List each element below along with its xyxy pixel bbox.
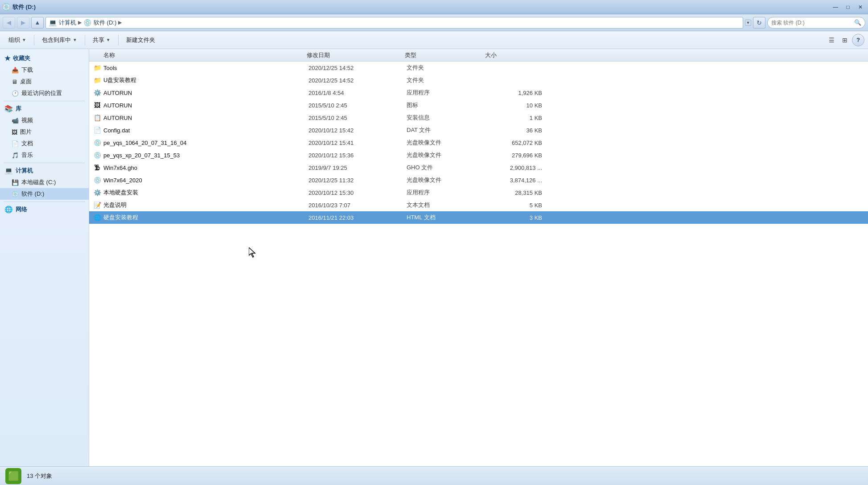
share-label: 共享	[93, 36, 104, 44]
file-icon: 📝	[93, 201, 102, 210]
col-size-header[interactable]: 大小	[485, 51, 547, 59]
view-toggle-button[interactable]: ⊞	[839, 34, 851, 46]
table-row[interactable]: 📁 Tools 2020/12/25 14:52 文件夹	[89, 62, 868, 74]
col-name-header[interactable]: 名称	[93, 51, 307, 59]
table-row[interactable]: 📋 AUTORUN 2015/5/10 2:45 安装信息 1 KB	[89, 111, 868, 124]
breadcrumb-end-arrow[interactable]: ▼	[745, 20, 751, 26]
window-icon: 💿	[2, 3, 11, 11]
file-icon: ⚙️	[93, 188, 102, 197]
sidebar-header-favorites[interactable]: ★ 收藏夹	[0, 53, 89, 64]
file-date: 2015/5/10 2:45	[309, 115, 407, 121]
sidebar-item-recent[interactable]: 🕐 最近访问的位置	[0, 87, 89, 99]
file-icon: 🌐	[93, 213, 102, 222]
file-name: pe_yqs_1064_20_07_31_16_04	[103, 140, 309, 146]
table-row[interactable]: 🌐 硬盘安装教程 2016/11/21 22:03 HTML 文档 3 KB	[89, 211, 868, 224]
file-date: 2020/10/12 15:41	[309, 140, 407, 146]
content-area: 名称 修改日期 类型 大小 📁 Tools 2020/12/25 14:52 文…	[89, 49, 868, 466]
desktop-icon: 🖥	[12, 78, 17, 85]
music-icon: 🎵	[12, 152, 19, 159]
sidebar-item-c-drive[interactable]: 💾 本地磁盘 (C:)	[0, 177, 89, 188]
sidebar-item-desktop[interactable]: 🖥 桌面	[0, 76, 89, 87]
file-type: GHO 文件	[407, 164, 487, 172]
file-size: 10 KB	[487, 102, 549, 109]
sidebar-divider-1	[4, 101, 85, 101]
minimize-button[interactable]: —	[830, 2, 841, 12]
table-row[interactable]: ⚙️ 本地硬盘安装 2020/10/12 15:30 应用程序 28,315 K…	[89, 186, 868, 199]
video-label: 视频	[21, 116, 33, 124]
sidebar-item-downloads[interactable]: 📥 下载	[0, 64, 89, 76]
file-list: 📁 Tools 2020/12/25 14:52 文件夹 📁 U盘安装教程 20…	[89, 62, 868, 466]
library-label: 包含到库中	[42, 36, 71, 44]
file-icon: 📋	[93, 113, 102, 122]
sidebar-item-video[interactable]: 📹 视频	[0, 115, 89, 126]
file-size: 36 KB	[487, 127, 549, 134]
table-row[interactable]: 💿 pe_yqs_xp_20_07_31_15_53 2020/10/12 15…	[89, 149, 868, 161]
file-name: Tools	[103, 65, 309, 71]
c-drive-label: 本地磁盘 (C:)	[21, 178, 56, 186]
table-row[interactable]: 📄 Config.dat 2020/10/12 15:42 DAT 文件 36 …	[89, 124, 868, 136]
search-input[interactable]	[771, 20, 852, 26]
file-type: 安装信息	[407, 114, 487, 122]
pictures-icon: 🖼	[12, 129, 17, 136]
share-dropdown-icon: ▼	[106, 37, 111, 42]
file-name: 本地硬盘安装	[103, 189, 309, 197]
c-drive-icon: 💾	[12, 179, 19, 186]
d-drive-icon: 💿	[12, 191, 19, 197]
search-icon[interactable]: 🔍	[854, 19, 861, 26]
breadcrumb: 💻 计算机 ▶ 💿 软件 (D:) ▶	[45, 17, 743, 29]
statusbar-count: 13 个对象	[27, 472, 52, 480]
table-row[interactable]: 💿 Win7x64_2020 2020/12/25 11:32 光盘映像文件 3…	[89, 174, 868, 186]
table-row[interactable]: 📝 光盘说明 2016/10/23 7:07 文本文档 5 KB	[89, 199, 868, 211]
share-button[interactable]: 共享 ▼	[88, 33, 115, 47]
file-size: 652,072 KB	[487, 140, 549, 146]
view-options-button[interactable]: ☰	[825, 34, 838, 46]
computer-label: 计算机	[16, 167, 33, 175]
network-icon: 🌐	[4, 206, 13, 214]
table-row[interactable]: 🖼 AUTORUN 2015/5/10 2:45 图标 10 KB	[89, 99, 868, 111]
file-size: 1,926 KB	[487, 90, 549, 96]
favorites-star-icon: ★	[4, 54, 10, 62]
refresh-button[interactable]: ↻	[753, 17, 765, 29]
file-date: 2020/12/25 14:52	[309, 77, 407, 84]
file-size: 1 KB	[487, 115, 549, 121]
sidebar-header-computer[interactable]: 💻 计算机	[0, 165, 89, 177]
back-button[interactable]: ◀	[3, 17, 15, 29]
table-row[interactable]: 🗜 Win7x64.gho 2019/9/7 19:25 GHO 文件 2,90…	[89, 161, 868, 174]
file-name: U盘安装教程	[103, 76, 309, 84]
up-button[interactable]: ▲	[31, 17, 44, 29]
file-date: 2016/11/21 22:03	[309, 214, 407, 221]
recent-icon: 🕐	[12, 90, 19, 97]
sidebar-item-d-drive[interactable]: 💿 软件 (D:)	[0, 188, 89, 200]
organize-button[interactable]: 组织 ▼	[4, 33, 31, 47]
sidebar-section-computer: 💻 计算机 💾 本地磁盘 (C:) 💿 软件 (D:)	[0, 165, 89, 200]
toolbar-separator-2	[85, 35, 85, 45]
forward-button[interactable]: ▶	[17, 17, 29, 29]
table-row[interactable]: ⚙️ AUTORUN 2016/1/8 4:54 应用程序 1,926 KB	[89, 86, 868, 99]
breadcrumb-computer-label[interactable]: 计算机	[59, 19, 76, 27]
sidebar-header-network[interactable]: 🌐 网络	[0, 204, 89, 215]
file-name: Win7x64.gho	[103, 164, 309, 171]
organize-dropdown-icon: ▼	[22, 37, 26, 42]
new-folder-button[interactable]: 新建文件夹	[121, 33, 160, 47]
file-type: 光盘映像文件	[407, 139, 487, 147]
sidebar-item-documents[interactable]: 📄 文档	[0, 138, 89, 149]
sidebar-header-library[interactable]: 📚 库	[0, 103, 89, 115]
breadcrumb-drive-label[interactable]: 软件 (D:)	[94, 19, 116, 27]
maximize-button[interactable]: □	[842, 2, 854, 12]
file-date: 2020/10/12 15:42	[309, 127, 407, 134]
help-button[interactable]: ?	[852, 34, 864, 46]
sidebar-section-library: 📚 库 📹 视频 🖼 图片 📄 文档 🎵 音乐	[0, 103, 89, 161]
sidebar-item-music[interactable]: 🎵 音乐	[0, 149, 89, 161]
table-row[interactable]: 📁 U盘安装教程 2020/12/25 14:52 文件夹	[89, 74, 868, 86]
breadcrumb-arrow[interactable]: ▶	[118, 20, 122, 25]
close-button[interactable]: ✕	[855, 2, 866, 12]
library-dropdown-icon: ▼	[73, 37, 77, 42]
table-row[interactable]: 💿 pe_yqs_1064_20_07_31_16_04 2020/10/12 …	[89, 136, 868, 149]
sidebar-item-pictures[interactable]: 🖼 图片	[0, 126, 89, 138]
col-type-header[interactable]: 类型	[405, 51, 485, 59]
library-button[interactable]: 包含到库中 ▼	[37, 33, 82, 47]
file-type: 应用程序	[407, 89, 487, 97]
col-date-header[interactable]: 修改日期	[307, 51, 405, 59]
file-type: 文件夹	[407, 76, 487, 84]
new-folder-label: 新建文件夹	[126, 36, 155, 44]
